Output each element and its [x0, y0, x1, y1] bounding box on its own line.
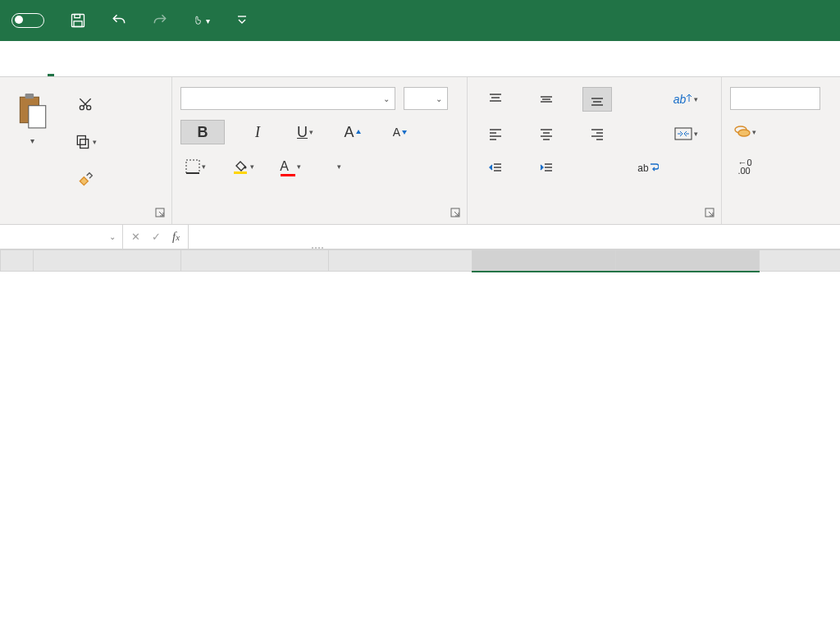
svg-rect-10	[77, 136, 85, 145]
name-box[interactable]: ⌄	[0, 225, 123, 249]
redo-icon[interactable]	[151, 11, 169, 30]
align-bottom-icon[interactable]	[582, 87, 612, 112]
svg-rect-15	[234, 172, 247, 174]
font-size-select[interactable]: ⌄	[404, 87, 448, 110]
group-label-clipboard	[8, 216, 163, 221]
fill-color-icon[interactable]: ▾	[228, 154, 258, 179]
tab-view[interactable]	[272, 62, 302, 76]
font-color-icon[interactable]: A▾	[276, 154, 305, 179]
svg-rect-6	[29, 106, 46, 128]
tab-home[interactable]	[36, 62, 66, 76]
svg-rect-12	[186, 160, 199, 173]
qat-customize-icon[interactable]	[233, 11, 251, 30]
format-painter-icon[interactable]	[71, 167, 100, 192]
orientation-icon[interactable]: ab▾	[671, 87, 701, 112]
merge-cells-icon[interactable]: ▾	[671, 121, 701, 146]
cancel-icon[interactable]: ✕	[131, 231, 140, 243]
group-label-number	[730, 216, 832, 221]
col-header-B[interactable]	[181, 250, 329, 272]
tab-draw[interactable]	[125, 62, 154, 76]
tab-formulas[interactable]	[184, 62, 213, 76]
wrap-text-icon[interactable]: ab	[633, 156, 663, 181]
toggle-switch[interactable]	[11, 13, 44, 28]
insert-function-icon[interactable]: fx	[172, 230, 180, 244]
accounting-format-icon[interactable]: ▾	[730, 120, 760, 144]
borders-icon[interactable]: ▾	[180, 154, 210, 179]
alignment-launcher-icon[interactable]	[705, 208, 716, 219]
col-header-E[interactable]	[616, 250, 760, 272]
increase-indent-icon[interactable]	[532, 156, 561, 181]
tab-help[interactable]	[302, 62, 331, 76]
svg-rect-5	[25, 94, 34, 98]
bold-button[interactable]: B	[180, 120, 225, 144]
tab-review[interactable]	[243, 62, 272, 76]
ribbon-tabs	[0, 41, 840, 77]
decrease-indent-icon[interactable]	[481, 156, 510, 181]
spreadsheet-grid[interactable]	[0, 249, 840, 272]
svg-point-14	[244, 167, 246, 169]
phonetic-guide-icon[interactable]: ▾	[323, 154, 353, 179]
tab-touch[interactable]	[66, 62, 95, 76]
quick-access-toolbar: ▾	[69, 11, 251, 30]
svg-rect-1	[75, 15, 80, 18]
save-icon[interactable]	[69, 11, 87, 30]
undo-icon[interactable]	[110, 11, 128, 30]
copy-icon[interactable]: ▾	[71, 130, 100, 154]
tab-more[interactable]	[331, 62, 361, 76]
number-format-select[interactable]	[730, 87, 820, 110]
increase-font-icon[interactable]: A	[338, 120, 368, 144]
underline-button[interactable]: U▾	[290, 120, 320, 144]
svg-rect-9	[80, 139, 88, 149]
group-font: ⌄ ⌄ B I U▾ A A ▾ ▾ A▾ ▾	[172, 77, 468, 224]
col-header-D[interactable]	[472, 250, 616, 272]
group-alignment: ab▾ ▾ ab	[468, 77, 722, 224]
align-left-icon[interactable]	[481, 121, 510, 146]
cut-icon[interactable]	[71, 92, 100, 117]
decrease-font-icon[interactable]: A	[386, 120, 415, 144]
font-name-select[interactable]: ⌄	[180, 87, 395, 110]
enter-icon[interactable]: ✓	[152, 231, 161, 243]
col-header-A[interactable]	[34, 250, 181, 272]
font-launcher-icon[interactable]	[450, 208, 462, 219]
titlebar: ▾	[0, 0, 840, 41]
group-clipboard: ▾ ▾	[0, 77, 172, 224]
svg-rect-2	[74, 21, 82, 27]
autosave-toggle[interactable]	[7, 13, 44, 28]
paste-button[interactable]: ▾	[8, 89, 56, 149]
align-right-icon[interactable]	[582, 121, 612, 146]
col-header-C[interactable]	[329, 250, 472, 272]
touch-mode-icon[interactable]: ▾	[192, 11, 210, 30]
col-header-F[interactable]	[760, 250, 841, 272]
group-number: ▾ ←0.00	[722, 77, 840, 224]
italic-button[interactable]: I	[243, 120, 272, 144]
svg-point-47	[738, 130, 750, 136]
group-label-font	[180, 216, 459, 221]
select-all-corner[interactable]	[1, 250, 34, 272]
decrease-decimal-icon[interactable]: ←0.00	[730, 154, 760, 179]
align-middle-icon[interactable]	[532, 87, 561, 112]
column-headers[interactable]	[1, 250, 841, 272]
tab-file[interactable]	[7, 62, 36, 76]
group-label-alignment	[476, 216, 713, 221]
align-top-icon[interactable]	[481, 87, 510, 112]
tab-insert[interactable]	[95, 62, 125, 76]
formula-input[interactable]	[189, 225, 840, 249]
tab-data[interactable]	[213, 62, 243, 76]
align-center-icon[interactable]	[532, 121, 561, 146]
tab-page-layout[interactable]	[154, 62, 184, 76]
ribbon: ▾ ▾ ⌄ ⌄ B I U▾ A A ▾	[0, 77, 840, 225]
formula-bar-buttons: ✕ ✓ fx	[123, 225, 189, 249]
clipboard-launcher-icon[interactable]	[155, 208, 167, 219]
formula-bar: ⌄ ✕ ✓ fx	[0, 225, 840, 249]
